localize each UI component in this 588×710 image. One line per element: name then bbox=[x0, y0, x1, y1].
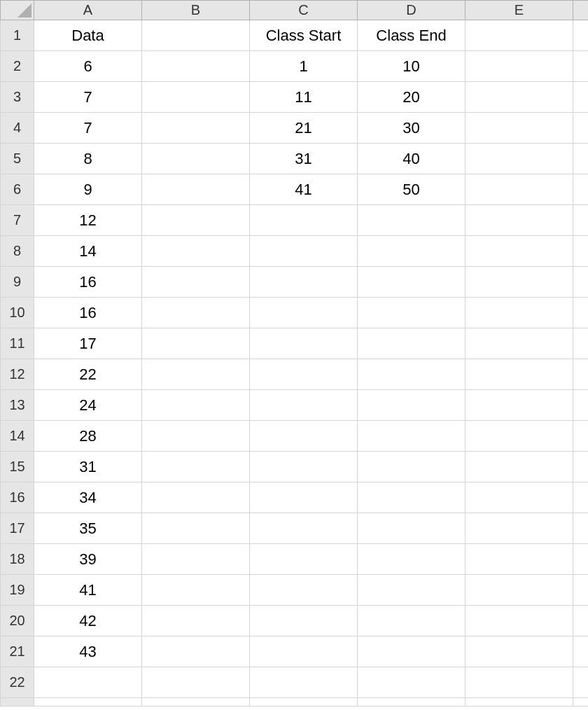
cell-D12[interactable] bbox=[358, 359, 465, 390]
cell-A15[interactable]: 31 bbox=[34, 452, 142, 482]
cell-B4[interactable] bbox=[142, 113, 250, 144]
cell-E5[interactable] bbox=[465, 144, 573, 174]
cell-C7[interactable] bbox=[250, 205, 358, 236]
row-header-1[interactable]: 1 bbox=[1, 20, 34, 51]
cell-A17[interactable]: 35 bbox=[34, 513, 142, 544]
cell-B18[interactable] bbox=[142, 544, 250, 575]
cell-A4[interactable]: 7 bbox=[34, 113, 142, 144]
cell-E11[interactable] bbox=[465, 328, 573, 359]
cell-A21[interactable]: 43 bbox=[34, 636, 142, 667]
cell-D17[interactable] bbox=[358, 513, 465, 544]
cell-D5[interactable]: 40 bbox=[358, 144, 465, 174]
cell-D21[interactable] bbox=[358, 636, 465, 667]
row-header-19[interactable]: 19 bbox=[1, 575, 34, 606]
cell-C19[interactable] bbox=[250, 575, 358, 606]
row-header-7[interactable]: 7 bbox=[1, 205, 34, 236]
col-header-C[interactable]: C bbox=[250, 1, 358, 20]
col-header-B[interactable]: B bbox=[142, 1, 250, 20]
row-header-2[interactable]: 2 bbox=[1, 51, 34, 82]
cell-A2[interactable]: 6 bbox=[34, 51, 142, 82]
cell-A13[interactable]: 24 bbox=[34, 390, 142, 421]
cell-D2[interactable]: 10 bbox=[358, 51, 465, 82]
cell-B3[interactable] bbox=[142, 82, 250, 113]
cell-B22[interactable] bbox=[142, 667, 250, 698]
col-header-A[interactable]: A bbox=[34, 1, 142, 20]
cell-D10[interactable] bbox=[358, 298, 465, 328]
row-header-6[interactable]: 6 bbox=[1, 174, 34, 205]
cell-E9[interactable] bbox=[465, 267, 573, 298]
col-header-D[interactable]: D bbox=[358, 1, 465, 20]
cell-C17[interactable] bbox=[250, 513, 358, 544]
cell-C15[interactable] bbox=[250, 452, 358, 482]
cell-D15[interactable] bbox=[358, 452, 465, 482]
cell-B20[interactable] bbox=[142, 606, 250, 636]
cell-D14[interactable] bbox=[358, 421, 465, 452]
cell-C20[interactable] bbox=[250, 606, 358, 636]
row-header-8[interactable]: 8 bbox=[1, 236, 34, 267]
cell-D22[interactable] bbox=[358, 667, 465, 698]
cell-E7[interactable] bbox=[465, 205, 573, 236]
cell-A8[interactable]: 14 bbox=[34, 236, 142, 267]
cell-E8[interactable] bbox=[465, 236, 573, 267]
cell-E12[interactable] bbox=[465, 359, 573, 390]
cell-D7[interactable] bbox=[358, 205, 465, 236]
cell-E13[interactable] bbox=[465, 390, 573, 421]
cell-A20[interactable]: 42 bbox=[34, 606, 142, 636]
cell-D8[interactable] bbox=[358, 236, 465, 267]
cell-C14[interactable] bbox=[250, 421, 358, 452]
cell-E6[interactable] bbox=[465, 174, 573, 205]
row-header-11[interactable]: 11 bbox=[1, 328, 34, 359]
col-header-E[interactable]: E bbox=[465, 1, 573, 20]
row-header-3[interactable]: 3 bbox=[1, 82, 34, 113]
row-header-15[interactable]: 15 bbox=[1, 452, 34, 482]
cell-D18[interactable] bbox=[358, 544, 465, 575]
cell-D3[interactable]: 20 bbox=[358, 82, 465, 113]
cell-B6[interactable] bbox=[142, 174, 250, 205]
cell-A12[interactable]: 22 bbox=[34, 359, 142, 390]
cell-A3[interactable]: 7 bbox=[34, 82, 142, 113]
cell-A10[interactable]: 16 bbox=[34, 298, 142, 328]
cell-E3[interactable] bbox=[465, 82, 573, 113]
cell-B14[interactable] bbox=[142, 421, 250, 452]
cell-B12[interactable] bbox=[142, 359, 250, 390]
cell-B13[interactable] bbox=[142, 390, 250, 421]
cell-A1[interactable]: Data bbox=[34, 20, 142, 51]
cell-A16[interactable]: 34 bbox=[34, 482, 142, 513]
cell-B16[interactable] bbox=[142, 482, 250, 513]
cell-A19[interactable]: 41 bbox=[34, 575, 142, 606]
cell-C8[interactable] bbox=[250, 236, 358, 267]
cell-D19[interactable] bbox=[358, 575, 465, 606]
cell-D1[interactable]: Class End bbox=[358, 20, 465, 51]
row-header-22[interactable]: 22 bbox=[1, 667, 34, 698]
cell-D6[interactable]: 50 bbox=[358, 174, 465, 205]
cell-E14[interactable] bbox=[465, 421, 573, 452]
cell-B1[interactable] bbox=[142, 20, 250, 51]
cell-E19[interactable] bbox=[465, 575, 573, 606]
cell-C13[interactable] bbox=[250, 390, 358, 421]
cell-E22[interactable] bbox=[465, 667, 573, 698]
cell-B10[interactable] bbox=[142, 298, 250, 328]
cell-C12[interactable] bbox=[250, 359, 358, 390]
cell-B15[interactable] bbox=[142, 452, 250, 482]
cell-E18[interactable] bbox=[465, 544, 573, 575]
cell-B19[interactable] bbox=[142, 575, 250, 606]
cell-E2[interactable] bbox=[465, 51, 573, 82]
row-header-10[interactable]: 10 bbox=[1, 298, 34, 328]
cell-B9[interactable] bbox=[142, 267, 250, 298]
cell-A5[interactable]: 8 bbox=[34, 144, 142, 174]
cell-B7[interactable] bbox=[142, 205, 250, 236]
cell-D4[interactable]: 30 bbox=[358, 113, 465, 144]
cell-A18[interactable]: 39 bbox=[34, 544, 142, 575]
cell-A6[interactable]: 9 bbox=[34, 174, 142, 205]
cell-A11[interactable]: 17 bbox=[34, 328, 142, 359]
cell-B2[interactable] bbox=[142, 51, 250, 82]
cell-D9[interactable] bbox=[358, 267, 465, 298]
cell-C5[interactable]: 31 bbox=[250, 144, 358, 174]
select-all-corner[interactable] bbox=[1, 1, 34, 20]
cell-C1[interactable]: Class Start bbox=[250, 20, 358, 51]
cell-E17[interactable] bbox=[465, 513, 573, 544]
cell-E4[interactable] bbox=[465, 113, 573, 144]
cell-E16[interactable] bbox=[465, 482, 573, 513]
row-header-5[interactable]: 5 bbox=[1, 144, 34, 174]
cell-A9[interactable]: 16 bbox=[34, 267, 142, 298]
